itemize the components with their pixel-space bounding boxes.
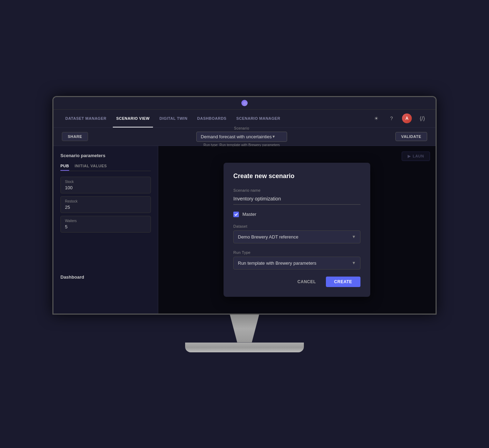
scenario-dropdown[interactable]: Demand forecast with uncertainties ▼: [196, 132, 287, 142]
scenario-selector: Scenario Demand forecast with uncertaint…: [196, 126, 287, 147]
code-icon[interactable]: ⟨/⟩: [417, 113, 427, 123]
run-type-label: Run Type: [233, 250, 360, 255]
toolbar: SHARE Scenario Demand forecast with unce…: [53, 128, 436, 146]
master-label: Master: [242, 212, 256, 217]
main-content: Scenario parameters PUB INITIAL VALUES S…: [53, 146, 436, 314]
modal-overlay: Create new scenario Scenario name Master: [158, 146, 436, 314]
user-avatar[interactable]: A: [402, 113, 412, 123]
validate-button[interactable]: VALIDATE: [395, 132, 427, 141]
modal-title: Create new scenario: [233, 172, 360, 180]
cancel-button[interactable]: CANCEL: [293, 277, 320, 287]
help-icon[interactable]: ?: [387, 113, 396, 123]
param-waiters-field: Waiters 5: [60, 216, 151, 233]
monitor-stand-neck: [220, 315, 269, 343]
sidebar-item-scenario-view[interactable]: SCENARIO VIEW: [113, 115, 153, 122]
run-type-dropdown[interactable]: Run template with Brewery parameters ▼: [233, 257, 360, 270]
scenario-name-label: Scenario name: [233, 188, 360, 192]
param-stock-label: Stock: [65, 180, 146, 184]
scenario-label: Scenario: [234, 126, 249, 130]
param-restock-value[interactable]: 25: [65, 205, 146, 210]
nav-bar: DATASET MANAGER SCENARIO VIEW DIGITAL TW…: [53, 110, 436, 128]
master-checkbox[interactable]: [233, 212, 239, 217]
create-button[interactable]: CREATE: [326, 277, 360, 287]
param-restock-label: Restock: [65, 199, 146, 203]
dataset-dropdown[interactable]: Demo Brewery ADT reference ▼: [233, 230, 360, 243]
share-button[interactable]: SHARE: [62, 132, 88, 141]
modal-buttons: CANCEL CREATE: [233, 277, 360, 287]
monitor-wrapper: DATASET MANAGER SCENARIO VIEW DIGITAL TW…: [52, 96, 437, 352]
param-stock-value[interactable]: 100: [65, 185, 146, 190]
create-scenario-modal: Create new scenario Scenario name Master: [224, 163, 370, 297]
params-panel: Scenario parameters PUB INITIAL VALUES S…: [53, 146, 158, 314]
dataset-chevron-icon: ▼: [352, 234, 356, 239]
sidebar-item-dashboards[interactable]: DASHBOARDS: [194, 115, 230, 122]
scenario-name-input[interactable]: [233, 194, 360, 205]
param-waiters-value[interactable]: 5: [65, 224, 146, 229]
master-checkbox-row: Master: [233, 212, 360, 217]
app-icon: [241, 100, 248, 106]
scenario-dropdown-value: Demand forecast with uncertainties: [201, 134, 272, 139]
param-stock-field: Stock 100: [60, 177, 151, 193]
tab-initial-values[interactable]: INITIAL VALUES: [75, 164, 107, 171]
nav-right: ☀ ? A ⟨/⟩: [371, 113, 427, 123]
monitor-stand-base: [185, 343, 304, 352]
sidebar-item-digital-twin[interactable]: DIGITAL TWIN: [156, 115, 191, 122]
chevron-down-icon: ▼: [272, 134, 276, 139]
sidebar-item-scenario-manager[interactable]: SCENARIO MANAGER: [233, 115, 284, 122]
run-type-chevron-icon: ▼: [352, 260, 356, 265]
tab-pub[interactable]: PUB: [60, 164, 69, 171]
sidebar-item-dataset-manager[interactable]: DATASET MANAGER: [62, 115, 110, 122]
right-panel: ▶ LAUN The scenario has not been run yet…: [158, 146, 436, 314]
tabs-row: PUB INITIAL VALUES: [60, 164, 151, 171]
svg-point-0: [243, 102, 246, 104]
dataset-label: Dataset: [233, 224, 360, 228]
dashboard-title: Dashboard: [60, 274, 151, 280]
monitor-screen: DATASET MANAGER SCENARIO VIEW DIGITAL TW…: [52, 96, 437, 315]
param-waiters-label: Waiters: [65, 219, 146, 223]
param-restock-field: Restock 25: [60, 196, 151, 213]
dataset-dropdown-value: Demo Brewery ADT reference: [238, 234, 298, 240]
params-title: Scenario parameters: [60, 153, 151, 158]
toolbar-right: VALIDATE: [395, 132, 427, 141]
run-type-dropdown-value: Run template with Brewery parameters: [238, 260, 316, 266]
check-icon: [234, 213, 238, 216]
dashboard-section: Dashboard: [60, 274, 151, 280]
top-bar: [53, 97, 436, 110]
theme-icon[interactable]: ☀: [371, 113, 381, 123]
